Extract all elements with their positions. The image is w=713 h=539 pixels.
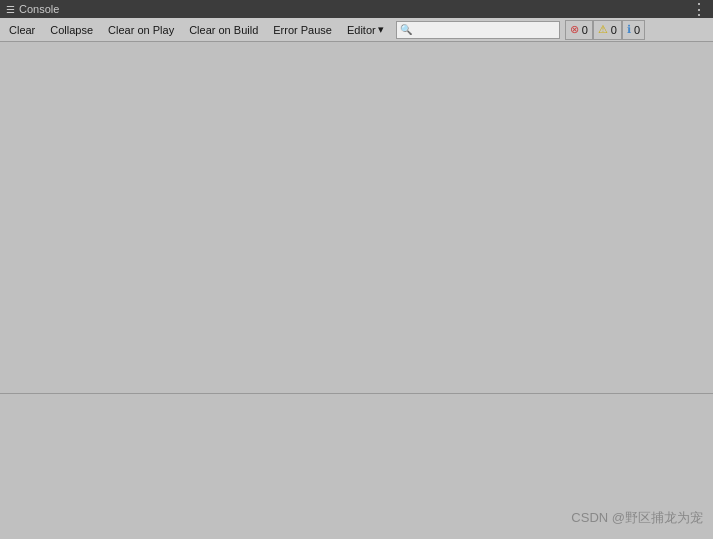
console-detail-area[interactable]: CSDN @野区捕龙为宠 xyxy=(0,394,713,539)
console-window: ☰ Console ⋮ Clear Collapse Clear on Play… xyxy=(0,0,713,539)
clear-on-play-button[interactable]: Clear on Play xyxy=(101,20,181,40)
warn-icon: ⚠ xyxy=(598,23,608,36)
search-wrapper: 🔍 xyxy=(396,21,560,39)
clear-button[interactable]: Clear xyxy=(2,20,42,40)
editor-dropdown-button[interactable]: Editor ▾ xyxy=(340,20,391,40)
clear-on-build-button[interactable]: Clear on Build xyxy=(182,20,265,40)
info-badge[interactable]: ℹ 0 xyxy=(622,20,645,40)
info-icon: ℹ xyxy=(627,23,631,36)
warn-badge[interactable]: ⚠ 0 xyxy=(593,20,622,40)
console-icon: ☰ xyxy=(6,4,15,15)
error-badge[interactable]: ⊗ 0 xyxy=(565,20,593,40)
watermark: CSDN @野区捕龙为宠 xyxy=(571,509,703,527)
error-icon: ⊗ xyxy=(570,23,579,36)
warn-count: 0 xyxy=(611,24,617,36)
console-log-area[interactable] xyxy=(0,42,713,394)
error-pause-button[interactable]: Error Pause xyxy=(266,20,339,40)
more-options-icon[interactable]: ⋮ xyxy=(691,0,707,19)
error-count: 0 xyxy=(582,24,588,36)
title-bar: ☰ Console ⋮ xyxy=(0,0,713,18)
toolbar: Clear Collapse Clear on Play Clear on Bu… xyxy=(0,18,713,42)
search-input[interactable] xyxy=(396,21,560,39)
badge-group: ⊗ 0 ⚠ 0 ℹ 0 xyxy=(565,20,645,40)
dropdown-arrow-icon: ▾ xyxy=(378,23,384,36)
editor-label: Editor xyxy=(347,24,376,36)
window-title: Console xyxy=(19,3,59,15)
info-count: 0 xyxy=(634,24,640,36)
title-bar-left: ☰ Console xyxy=(6,3,59,15)
collapse-button[interactable]: Collapse xyxy=(43,20,100,40)
